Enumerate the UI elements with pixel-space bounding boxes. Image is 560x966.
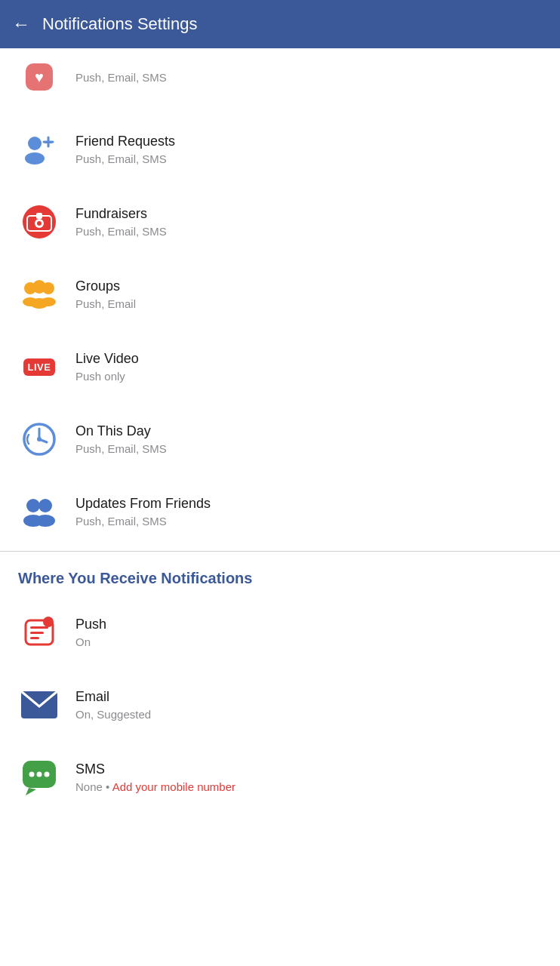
list-item-push[interactable]: Push On	[0, 596, 560, 669]
partial-list-item[interactable]: ♥ Push, Email, SMS	[0, 48, 560, 113]
list-item-updates-from-friends[interactable]: Updates From Friends Push, Email, SMS	[0, 475, 560, 548]
svg-point-32	[29, 772, 35, 777]
svg-point-17	[30, 298, 48, 309]
svg-point-22	[38, 499, 52, 512]
app-header: ← Notifications Settings	[0, 0, 560, 48]
list-item-sms[interactable]: SMS None • Add your mobile number	[0, 741, 560, 814]
list-item-live-video[interactable]: LIVE Live Video Push only	[0, 331, 560, 403]
svg-rect-27	[30, 632, 44, 634]
email-icon	[18, 684, 60, 726]
page-title: Notifications Settings	[42, 14, 197, 34]
svg-point-33	[37, 772, 42, 777]
live-video-icon: LIVE	[18, 346, 60, 388]
svg-rect-28	[30, 637, 39, 639]
svg-point-10	[37, 221, 42, 226]
svg-point-23	[35, 515, 55, 527]
on-this-day-icon	[18, 418, 60, 460]
groups-text: Groups Push, Email	[75, 278, 136, 310]
list-item-on-this-day[interactable]: On This Day Push, Email, SMS	[0, 403, 560, 475]
push-subtitle: On	[75, 635, 106, 648]
sms-text: SMS None • Add your mobile number	[75, 761, 235, 793]
friend-request-icon: +	[18, 128, 60, 171]
on-this-day-title: On This Day	[75, 423, 167, 439]
list-item-fundraisers[interactable]: Fundraisers Push, Email, SMS	[0, 186, 560, 258]
live-video-subtitle: Push only	[75, 370, 139, 383]
groups-icon	[18, 273, 60, 315]
svg-point-3	[25, 152, 45, 165]
push-text: Push On	[75, 617, 106, 648]
svg-point-34	[45, 772, 50, 777]
back-button[interactable]: ←	[12, 14, 30, 35]
fundraisers-text: Fundraisers Push, Email, SMS	[75, 206, 167, 238]
list-item-friend-requests[interactable]: + Friend Requests Push, Email, SMS	[0, 113, 560, 186]
friend-requests-subtitle: Push, Email, SMS	[75, 152, 175, 165]
svg-marker-31	[26, 788, 36, 795]
sms-icon	[18, 756, 60, 798]
partial-item-text: Push, Email, SMS	[75, 71, 167, 84]
section-divider	[0, 551, 560, 552]
fundraisers-subtitle: Push, Email, SMS	[75, 225, 167, 238]
live-video-title: Live Video	[75, 351, 139, 367]
partial-item-subtitle: Push, Email, SMS	[75, 71, 167, 84]
list-item-groups[interactable]: Groups Push, Email	[0, 258, 560, 331]
email-title: Email	[75, 689, 151, 705]
email-text: Email On, Suggested	[75, 689, 151, 721]
svg-text:♥: ♥	[35, 69, 44, 85]
updates-from-friends-text: Updates From Friends Push, Email, SMS	[75, 496, 211, 528]
svg-point-16	[32, 280, 46, 294]
sms-title: SMS	[75, 761, 235, 777]
svg-point-2	[28, 137, 42, 150]
updates-from-friends-title: Updates From Friends	[75, 496, 211, 512]
push-icon	[18, 611, 60, 654]
svg-point-20	[26, 499, 40, 512]
email-subtitle: On, Suggested	[75, 708, 151, 721]
live-video-text: Live Video Push only	[75, 351, 139, 383]
svg-rect-26	[30, 626, 48, 629]
svg-point-19	[37, 437, 42, 441]
sms-subtitle-none: None •	[75, 780, 112, 793]
friend-requests-title: Friend Requests	[75, 134, 175, 149]
fundraisers-title: Fundraisers	[75, 206, 167, 222]
receive-notifications-header: Where You Receive Notifications	[0, 555, 560, 596]
list-item-email[interactable]: Email On, Suggested	[0, 669, 560, 741]
groups-title: Groups	[75, 278, 136, 294]
svg-point-25	[43, 617, 54, 627]
on-this-day-subtitle: Push, Email, SMS	[75, 442, 167, 455]
partial-icon: ♥	[18, 56, 60, 98]
live-badge: LIVE	[23, 358, 56, 376]
sms-add-mobile-link[interactable]: Add your mobile number	[112, 780, 235, 793]
svg-rect-11	[36, 213, 42, 219]
sms-subtitle: None • Add your mobile number	[75, 780, 235, 793]
fundraisers-icon	[18, 201, 60, 243]
updates-friends-icon	[18, 491, 60, 533]
updates-from-friends-subtitle: Push, Email, SMS	[75, 515, 211, 528]
on-this-day-text: On This Day Push, Email, SMS	[75, 423, 167, 455]
friend-requests-text: Friend Requests Push, Email, SMS	[75, 134, 175, 165]
groups-subtitle: Push, Email	[75, 297, 136, 310]
push-title: Push	[75, 617, 106, 632]
